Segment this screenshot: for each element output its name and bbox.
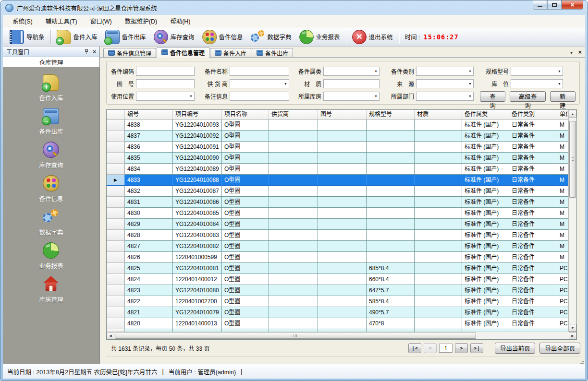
search-input-part-name[interactable]	[230, 67, 289, 76]
cell-drawing[interactable]	[318, 241, 367, 252]
cell-id[interactable]: 4822	[125, 296, 173, 307]
table-row[interactable]: 4827YG12204010082O型圈标准件 (国产)日常备件M	[107, 241, 568, 252]
advanced-query-button[interactable]: 高级查询	[510, 91, 546, 102]
cell-unit[interactable]: PC	[557, 285, 568, 296]
cell-code[interactable]: YG12204010085	[173, 208, 222, 219]
table-row[interactable]: 4821YG12204010079O型圈490*5.7标准件 (国产)日常备件P…	[107, 307, 568, 318]
cell-code[interactable]: 1220401400013	[173, 318, 222, 329]
cell-category[interactable]: 标准件 (国产)	[462, 285, 509, 296]
table-row[interactable]: 4823YG12204010080O型圈647*5.7标准件 (国产)日常备件P…	[107, 285, 568, 296]
export-all-pages-button[interactable]: 导出全部页	[539, 343, 580, 354]
cell-unit[interactable]: PC	[557, 318, 568, 329]
cell-spec[interactable]	[367, 153, 415, 164]
cell-category[interactable]: 标准件 (国产)	[462, 175, 509, 186]
row-selector-cell[interactable]	[107, 186, 125, 197]
cell-drawing[interactable]	[318, 252, 367, 263]
cell-supplier[interactable]	[269, 131, 318, 142]
cell-category[interactable]: 标准件 (国产)	[462, 252, 509, 263]
cell-unit[interactable]: M	[557, 142, 568, 153]
toolbar-button-parts-outbound[interactable]: 备件出库	[101, 28, 150, 46]
cell-spec[interactable]	[367, 142, 415, 153]
prev-page-button[interactable]: <	[424, 343, 437, 353]
cell-material[interactable]	[415, 197, 462, 208]
cell-id[interactable]: 4830	[125, 208, 173, 219]
toolbar-button-data-dictionary[interactable]: 数据字典	[247, 28, 295, 46]
cell-supplier[interactable]	[269, 252, 318, 263]
column-header-material[interactable]: 材质	[415, 110, 462, 119]
cell-id[interactable]: 4824	[125, 274, 173, 285]
cell-code[interactable]: YG12204010093	[173, 119, 222, 131]
cell-id[interactable]: 4828	[125, 230, 173, 241]
cell-unit[interactable]: M	[557, 219, 568, 230]
cell-type[interactable]: 日常备件	[509, 230, 557, 241]
first-page-button[interactable]: |<	[408, 343, 421, 353]
cell-spec[interactable]	[367, 230, 415, 241]
cell-unit[interactable]: M	[557, 186, 568, 197]
toolbar-button-parts-inbound[interactable]: 备件入库	[53, 28, 101, 46]
cell-category[interactable]: 标准件 (国产)	[462, 263, 509, 274]
cell-id[interactable]: 4838	[125, 119, 173, 131]
toolbar-button-parts-info[interactable]: 备件信息	[198, 28, 247, 46]
table-row[interactable]: 4833YG12204010088O型圈标准件 (国产)日常备件M	[107, 175, 568, 186]
cell-category[interactable]: 标准件 (国产)	[462, 318, 509, 329]
cell-unit[interactable]: M	[557, 153, 568, 164]
cell-unit[interactable]: M	[557, 230, 568, 241]
cell-material[interactable]	[415, 296, 462, 307]
row-selector-cell[interactable]	[107, 263, 125, 274]
cell-name[interactable]: O型圈	[222, 197, 269, 208]
cell-drawing[interactable]	[318, 186, 367, 197]
cell-id[interactable]: 4820	[125, 318, 173, 329]
cell-unit[interactable]: M	[557, 208, 568, 219]
table-row[interactable]: 4837YG12204010092O型圈标准件 (国产)日常备件M	[107, 131, 568, 142]
cell-supplier[interactable]	[269, 164, 318, 175]
column-header-spec[interactable]: 规格型号	[367, 110, 415, 119]
cell-drawing[interactable]	[318, 285, 367, 296]
cell-spec[interactable]	[367, 219, 415, 230]
cell-category[interactable]: 标准件 (国产)	[462, 142, 509, 153]
scroll-up-icon[interactable]	[569, 110, 576, 118]
cell-spec[interactable]	[367, 186, 415, 197]
hscroll-thumb[interactable]	[115, 333, 476, 339]
cell-supplier[interactable]	[269, 208, 318, 219]
row-selector-cell[interactable]	[107, 175, 125, 186]
cell-drawing[interactable]	[318, 263, 367, 274]
cell-name[interactable]: O型圈	[222, 230, 269, 241]
cell-drawing[interactable]	[318, 296, 367, 307]
table-row[interactable]: 4830YG12204010085O型圈标准件 (国产)日常备件M	[107, 208, 568, 219]
cell-type[interactable]: 日常备件	[509, 153, 557, 164]
cell-name[interactable]: O型圈	[222, 186, 269, 197]
restore-button[interactable]	[547, 0, 562, 10]
cell-material[interactable]	[415, 142, 462, 153]
cell-material[interactable]	[415, 153, 462, 164]
cell-material[interactable]	[415, 230, 462, 241]
row-selector-cell[interactable]	[107, 131, 125, 142]
table-row[interactable]: 4828YG12204010083O型圈标准件 (国产)日常备件M	[107, 230, 568, 241]
cell-drawing[interactable]	[318, 119, 367, 131]
cell-material[interactable]	[415, 219, 462, 230]
cell-category[interactable]: 标准件 (国产)	[462, 241, 509, 252]
cell-id[interactable]: 4836	[125, 142, 173, 153]
cell-unit[interactable]: M	[557, 197, 568, 208]
cell-material[interactable]	[415, 274, 462, 285]
row-selector-cell[interactable]	[107, 307, 125, 318]
query-button[interactable]: 查询	[480, 91, 505, 102]
cell-material[interactable]	[415, 186, 462, 197]
cell-drawing[interactable]	[318, 307, 367, 318]
search-select-spec-model[interactable]	[511, 67, 563, 76]
cell-type[interactable]: 日常备件	[509, 307, 557, 318]
row-selector-cell[interactable]	[107, 153, 125, 164]
row-selector-cell[interactable]	[107, 208, 125, 219]
cell-name[interactable]: O型圈	[222, 219, 269, 230]
cell-id[interactable]: 4826	[125, 252, 173, 263]
row-selector-cell[interactable]	[107, 219, 125, 230]
cell-name[interactable]: O型圈	[222, 131, 269, 142]
cell-unit[interactable]: PC	[557, 263, 568, 274]
cell-spec[interactable]: 585*8.4	[367, 296, 415, 307]
cell-code[interactable]: YG12204010087	[173, 186, 222, 197]
cell-unit[interactable]: PC	[557, 296, 568, 307]
column-header-sel[interactable]	[107, 110, 125, 119]
cell-type[interactable]: 日常备件	[509, 119, 557, 131]
search-select-supplier[interactable]	[230, 79, 289, 88]
column-header-category[interactable]: 备件属类	[462, 110, 509, 119]
cell-category[interactable]: 标准件 (国产)	[462, 219, 509, 230]
